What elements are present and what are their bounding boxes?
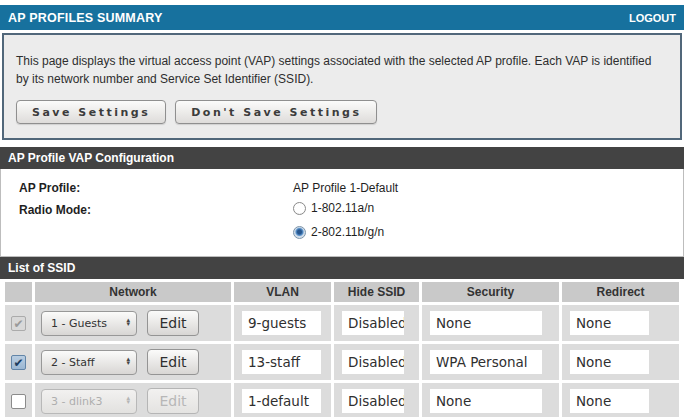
logout-link[interactable]: LOGOUT [629, 12, 676, 24]
check-icon: ✔ [13, 318, 23, 330]
security-input[interactable] [430, 350, 542, 374]
radio-mode-label: Radio Mode: [1, 201, 293, 217]
column-header-network: Network [35, 282, 231, 302]
network-select-value: 3 - dlink3 [51, 395, 102, 408]
save-settings-button[interactable]: Save Settings [16, 100, 166, 124]
select-spinner-icon: ▴▾ [126, 397, 130, 405]
ap-profile-value: AP Profile 1-Default [293, 179, 398, 195]
settings-button-row: Save Settings Don't Save Settings [16, 100, 668, 124]
ap-profile-row: AP Profile: AP Profile 1-Default [1, 179, 683, 195]
ssid-list-section-title: List of SSID [8, 261, 75, 275]
radio-mode-option-80211bgn[interactable]: 2-802.11b/g/n [293, 225, 384, 239]
network-select[interactable]: 2 - Staff ▴▾ [41, 350, 137, 375]
ssid-table-row: ✔ 2 - Staff ▴▾ Edit [5, 344, 679, 380]
radio-mode-group: 1-802.11a/n 2-802.11b/g/n [293, 201, 384, 239]
ssid-table-row: ✔ 1 - Guests ▴▾ Edit [5, 305, 679, 341]
ssid-table-header-row: Network VLAN Hide SSID Security Redirect [5, 282, 679, 302]
hide-ssid-input[interactable] [342, 350, 404, 374]
network-select-value: 2 - Staff [51, 356, 95, 369]
select-spinner-icon: ▴▾ [126, 319, 130, 327]
column-header-security: Security [422, 282, 559, 302]
radio-button-icon [293, 202, 306, 215]
ap-profile-label: AP Profile: [1, 179, 293, 195]
dont-save-settings-button[interactable]: Don't Save Settings [175, 100, 377, 124]
network-select[interactable]: 1 - Guests ▴▾ [41, 311, 137, 336]
page-description: This page displays the virtual access po… [16, 52, 666, 88]
vlan-input[interactable] [242, 350, 321, 374]
redirect-input[interactable] [570, 350, 649, 374]
vap-config-panel: AP Profile: AP Profile 1-Default Radio M… [0, 169, 684, 257]
column-header-hide-ssid: Hide SSID [334, 282, 419, 302]
vap-config-section-header: AP Profile VAP Configuration [0, 147, 684, 169]
hide-ssid-input[interactable] [342, 389, 404, 413]
ssid-list-section-header: List of SSID [0, 257, 684, 279]
title-bar: AP PROFILES SUMMARY LOGOUT [0, 5, 684, 30]
row-checkbox[interactable]: ✔ [11, 316, 26, 331]
hide-ssid-input[interactable] [342, 311, 404, 335]
page-title: AP PROFILES SUMMARY [8, 11, 163, 25]
network-select-value: 1 - Guests [51, 317, 107, 330]
row-checkbox[interactable]: ✔ [11, 355, 26, 370]
radio-option-label: 1-802.11a/n [311, 201, 374, 215]
check-icon: ✔ [13, 357, 23, 369]
row-checkbox[interactable]: ✔ [11, 394, 26, 409]
ssid-table: Network VLAN Hide SSID Security Redirect… [2, 279, 682, 417]
edit-button[interactable]: Edit [147, 349, 199, 375]
security-input[interactable] [430, 389, 542, 413]
edit-button[interactable]: Edit [147, 388, 199, 414]
redirect-input[interactable] [570, 389, 649, 413]
ap-profiles-summary-page: AP PROFILES SUMMARY LOGOUT This page dis… [0, 0, 684, 417]
ssid-table-row: ✔ 3 - dlink3 ▴▾ Edit [5, 383, 679, 417]
radio-option-label: 2-802.11b/g/n [311, 225, 384, 239]
security-input[interactable] [430, 311, 542, 335]
vlan-input[interactable] [242, 389, 321, 413]
radio-button-icon [293, 226, 306, 239]
column-header-vlan: VLAN [234, 282, 331, 302]
intro-panel: This page displays the virtual access po… [2, 33, 682, 140]
redirect-input[interactable] [570, 311, 649, 335]
radio-mode-option-80211an[interactable]: 1-802.11a/n [293, 201, 384, 215]
column-header-checkbox [5, 282, 32, 302]
vap-config-section-title: AP Profile VAP Configuration [8, 151, 174, 165]
radio-mode-row: Radio Mode: 1-802.11a/n 2-802.11b/g/n [1, 201, 683, 239]
column-header-redirect: Redirect [562, 282, 679, 302]
select-spinner-icon: ▴▾ [126, 358, 130, 366]
network-select[interactable]: 3 - dlink3 ▴▾ [41, 389, 137, 414]
edit-button[interactable]: Edit [147, 310, 199, 336]
vlan-input[interactable] [242, 311, 321, 335]
